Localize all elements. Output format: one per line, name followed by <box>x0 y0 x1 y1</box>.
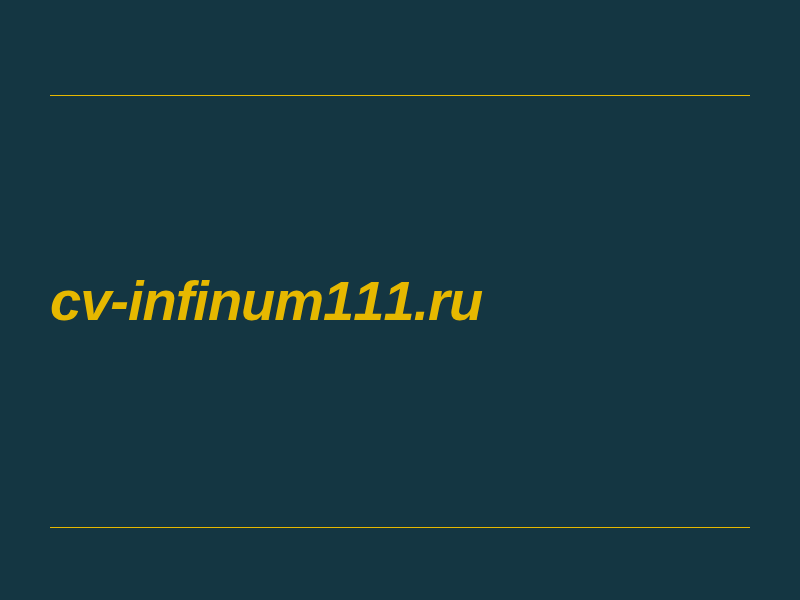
divider-bottom <box>50 527 750 528</box>
domain-name-text: cv-infinum111.ru <box>50 268 750 333</box>
divider-top <box>50 95 750 96</box>
